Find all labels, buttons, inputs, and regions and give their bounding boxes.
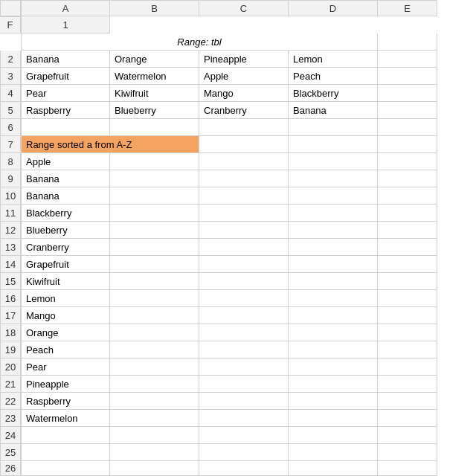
cell-e15[interactable] <box>289 273 378 290</box>
cell-b15[interactable]: Kiwifruit <box>21 273 110 290</box>
cell-d10[interactable] <box>199 187 289 205</box>
cell-f6[interactable] <box>378 119 437 136</box>
cell-d2[interactable]: Pineapple <box>199 51 289 68</box>
cell-d19[interactable] <box>199 341 289 358</box>
cell-e19[interactable] <box>289 341 378 358</box>
cell-c3[interactable]: Watermelon <box>110 68 199 85</box>
cell-c10[interactable] <box>110 187 199 205</box>
cell-e7[interactable] <box>289 136 378 153</box>
cell-c9[interactable] <box>110 170 199 187</box>
cell-d18[interactable] <box>199 324 289 341</box>
cell-c14[interactable] <box>110 256 199 273</box>
cell-c18[interactable] <box>110 324 199 341</box>
cell-b13[interactable]: Cranberry <box>21 239 110 256</box>
cell-d14[interactable] <box>199 256 289 273</box>
cell-f24[interactable] <box>378 427 437 444</box>
cell-e20[interactable] <box>289 358 378 376</box>
cell-f26[interactable] <box>378 461 437 476</box>
cell-f3[interactable] <box>378 68 437 85</box>
cell-c21[interactable] <box>110 376 199 393</box>
cell-f2[interactable] <box>378 51 437 68</box>
cell-b2[interactable]: Banana <box>21 51 110 68</box>
cell-c26[interactable] <box>110 461 199 476</box>
cell-c23[interactable] <box>110 410 199 427</box>
cell-b6[interactable] <box>21 119 110 136</box>
cell-f14[interactable] <box>378 256 437 273</box>
cell-f25[interactable] <box>378 444 437 461</box>
cell-e5[interactable]: Banana <box>289 102 378 119</box>
cell-e2[interactable]: Lemon <box>289 51 378 68</box>
cell-d23[interactable] <box>199 410 289 427</box>
cell-e8[interactable] <box>289 153 378 170</box>
cell-d15[interactable] <box>199 273 289 290</box>
cell-f10[interactable] <box>378 187 437 205</box>
cell-f21[interactable] <box>378 376 437 393</box>
cell-d22[interactable] <box>199 393 289 410</box>
cell-c19[interactable] <box>110 341 199 358</box>
cell-c16[interactable] <box>110 290 199 307</box>
cell-b3[interactable]: Grapefruit <box>21 68 110 85</box>
cell-f5[interactable] <box>378 102 437 119</box>
cell-d16[interactable] <box>199 290 289 307</box>
cell-d6[interactable] <box>199 119 289 136</box>
cell-c20[interactable] <box>110 358 199 376</box>
cell-f15[interactable] <box>378 273 437 290</box>
cell-d5[interactable]: Cranberry <box>199 102 289 119</box>
cell-f19[interactable] <box>378 341 437 358</box>
cell-c8[interactable] <box>110 153 199 170</box>
cell-f4[interactable] <box>378 85 437 102</box>
cell-b25[interactable] <box>21 444 110 461</box>
cell-c17[interactable] <box>110 307 199 324</box>
cell-e12[interactable] <box>289 222 378 239</box>
cell-c13[interactable] <box>110 239 199 256</box>
cell-b5[interactable]: Raspberry <box>21 102 110 119</box>
cell-b10[interactable]: Banana <box>21 187 110 205</box>
cell-f20[interactable] <box>378 358 437 376</box>
cell-e17[interactable] <box>289 307 378 324</box>
cell-c2[interactable]: Orange <box>110 51 199 68</box>
cell-c5[interactable]: Blueberry <box>110 102 199 119</box>
cell-e25[interactable] <box>289 444 378 461</box>
cell-c4[interactable]: Kiwifruit <box>110 85 199 102</box>
cell-e23[interactable] <box>289 410 378 427</box>
cell-d11[interactable] <box>199 205 289 222</box>
cell-c6[interactable] <box>110 119 199 136</box>
cell-b11[interactable]: Blackberry <box>21 205 110 222</box>
cell-b18[interactable]: Orange <box>21 324 110 341</box>
cell-f17[interactable] <box>378 307 437 324</box>
cell-b14[interactable]: Grapefruit <box>21 256 110 273</box>
cell-e14[interactable] <box>289 256 378 273</box>
cell-e3[interactable]: Peach <box>289 68 378 85</box>
cell-b22[interactable]: Raspberry <box>21 393 110 410</box>
cell-f1[interactable] <box>378 33 437 51</box>
cell-f16[interactable] <box>378 290 437 307</box>
cell-b24[interactable] <box>21 427 110 444</box>
cell-b8[interactable]: Apple <box>21 153 110 170</box>
cell-f11[interactable] <box>378 205 437 222</box>
cell-b16[interactable]: Lemon <box>21 290 110 307</box>
cell-d7[interactable] <box>199 136 289 153</box>
cell-e11[interactable] <box>289 205 378 222</box>
cell-e26[interactable] <box>289 461 378 476</box>
cell-f23[interactable] <box>378 410 437 427</box>
cell-f9[interactable] <box>378 170 437 187</box>
cell-d24[interactable] <box>199 427 289 444</box>
cell-d8[interactable] <box>199 153 289 170</box>
cell-c15[interactable] <box>110 273 199 290</box>
cell-e4[interactable]: Blackberry <box>289 85 378 102</box>
cell-e6[interactable] <box>289 119 378 136</box>
cell-b26[interactable] <box>21 461 110 476</box>
cell-e18[interactable] <box>289 324 378 341</box>
cell-c11[interactable] <box>110 205 199 222</box>
cell-f12[interactable] <box>378 222 437 239</box>
cell-c12[interactable] <box>110 222 199 239</box>
cell-e9[interactable] <box>289 170 378 187</box>
cell-b4[interactable]: Pear <box>21 85 110 102</box>
cell-c22[interactable] <box>110 393 199 410</box>
cell-b23[interactable]: Watermelon <box>21 410 110 427</box>
cell-d25[interactable] <box>199 444 289 461</box>
cell-e22[interactable] <box>289 393 378 410</box>
cell-d13[interactable] <box>199 239 289 256</box>
cell-e21[interactable] <box>289 376 378 393</box>
cell-b12[interactable]: Blueberry <box>21 222 110 239</box>
